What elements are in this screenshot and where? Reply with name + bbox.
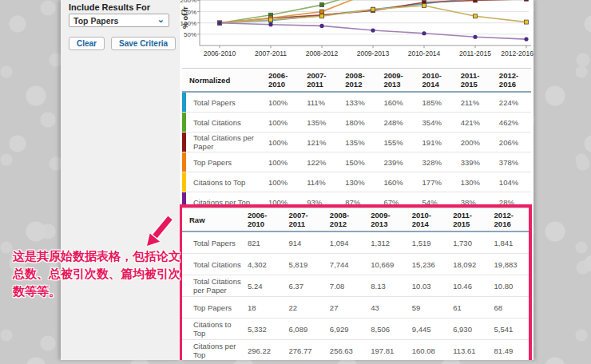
sidebar-buttons: Clear Save Criteria [69, 37, 176, 50]
chevron-down-icon: ⌄ [157, 16, 165, 22]
row-label: Citations to Top [182, 178, 262, 187]
cell-value: 10.03 [406, 280, 446, 292]
cell-value: 1,841 [488, 237, 529, 249]
table-row: Citations to Top100%114%130%160%177%130%… [182, 172, 531, 192]
cell-value: 224% [493, 97, 531, 109]
data-point [371, 28, 375, 32]
annotation-text: 这是其原始数据表格，包括论文总数、总被引次数、篇均被引次数等等。 [13, 247, 182, 300]
table-row: Total Citations4,3025,8197,74410,66915,2… [182, 254, 529, 275]
data-point [474, 0, 478, 2]
row-label: Citations to Top [182, 320, 241, 338]
table-row: Total Papers8219141,0941,3121,5191,7301,… [182, 232, 529, 254]
cell-value: 81.49 [488, 345, 529, 357]
raw-table-highlight: Raw2006-20102007-20112008-20122009-20132… [180, 204, 532, 360]
cell-value: 378% [493, 156, 531, 168]
column-header: 2010-2014 [406, 209, 446, 230]
cell-value: 6,929 [323, 323, 364, 335]
cell-value: 100% [262, 176, 300, 188]
column-header: 2012-2016 [488, 209, 529, 230]
y-axis-label: % of fr [181, 6, 189, 29]
cell-value: 328% [416, 156, 454, 168]
data-point [371, 7, 375, 11]
data-point [474, 14, 478, 18]
cell-value: 133% [339, 97, 377, 109]
cell-value: 276.77 [282, 345, 323, 357]
row-label: Total Papers [182, 239, 241, 247]
cell-value: 1,312 [364, 237, 405, 249]
table-header-row: Normalized2006-20102007-20112008-2012200… [182, 68, 531, 93]
column-header: 2006-2010 [262, 69, 300, 90]
cell-value: 354% [416, 117, 454, 129]
cell-value: 111% [300, 97, 339, 109]
cell-value: 1,519 [406, 237, 446, 249]
table-row: Citations per Top296.22276.77256.63197.8… [182, 340, 529, 360]
data-point [525, 20, 529, 24]
table-row: Citations to Top5,3326,0896,9298,5069,44… [182, 318, 529, 340]
cell-value: 160.08 [406, 345, 446, 357]
cell-value: 61 [446, 302, 487, 314]
cell-value: 68 [488, 302, 529, 314]
table-row: Top Papers18222743596168 [182, 297, 529, 318]
cell-value: 155% [377, 136, 415, 148]
cell-value: 59 [406, 302, 446, 314]
series-color-chip [182, 152, 186, 172]
table-row: Total Citations100%135%180%248%354%421%4… [182, 113, 531, 133]
series-color-chip [182, 93, 186, 112]
cell-value: 8.13 [364, 280, 405, 292]
normalized-table: Normalized2006-20102007-20112008-2012200… [182, 68, 531, 212]
cell-value: 4,302 [241, 259, 282, 271]
cell-value: 191% [416, 136, 454, 148]
column-header: 2012-2016 [493, 69, 531, 90]
data-point [473, 35, 477, 39]
cell-value: 200% [454, 136, 493, 148]
data-point [422, 3, 426, 7]
cell-value: 296.22 [241, 345, 282, 357]
cell-value: 7.08 [323, 280, 364, 292]
cell-value: 821 [241, 237, 282, 249]
cell-value: 6.37 [282, 280, 323, 292]
column-header: 2009-2013 [364, 209, 405, 230]
cell-value: 113.61 [446, 345, 487, 357]
cell-value: 256.63 [323, 345, 364, 357]
cell-value: 18 [241, 302, 282, 314]
table-row: Total Citations per Paper100%121%135%155… [182, 133, 531, 152]
data-point [217, 21, 221, 25]
x-tick-label: 2006-2010 [204, 49, 236, 57]
cell-value: 177% [416, 176, 454, 188]
table-row: Top Papers100%122%150%239%328%339%378% [182, 152, 531, 172]
x-tick-label: 2008-2012 [306, 49, 339, 57]
series-color-chip [182, 172, 186, 192]
cell-value: 239% [377, 156, 415, 168]
dropdown-selected-value: Top Papers [73, 16, 118, 26]
column-header: 2009-2013 [377, 69, 415, 90]
clear-button[interactable]: Clear [69, 37, 105, 50]
cell-value: 15,236 [406, 259, 446, 271]
cell-value: 211% [454, 97, 493, 109]
cell-value: 1,730 [446, 237, 487, 249]
save-criteria-button[interactable]: Save Criteria [111, 37, 176, 50]
cell-value: 185% [416, 97, 454, 109]
column-header: 2008-2012 [339, 69, 377, 90]
cell-value: 6,930 [446, 323, 487, 335]
data-point [525, 0, 529, 1]
cell-value: 5.24 [241, 280, 282, 292]
cell-value: 22 [282, 302, 323, 314]
cell-value: 10,669 [364, 259, 405, 271]
x-tick-label: 2011-2015 [459, 49, 491, 57]
cell-value: 914 [282, 237, 323, 249]
include-results-dropdown[interactable]: Top Papers ⌄ [69, 14, 169, 27]
data-point [319, 24, 323, 28]
cell-value: 130% [454, 176, 493, 188]
page: { "sidebar": { "include_label": "Include… [0, 0, 591, 364]
cell-value: 104% [493, 176, 531, 188]
table-title: Raw [182, 216, 241, 224]
cell-value: 114% [300, 176, 339, 188]
cell-value: 19,883 [488, 259, 529, 271]
row-label: Total Citations per Paper [182, 277, 241, 295]
column-header: 2011-2015 [454, 69, 493, 90]
cell-value: 9,445 [406, 323, 446, 335]
series-color-chip [182, 113, 186, 132]
cell-value: 7,744 [323, 259, 364, 271]
cell-value: 18,092 [446, 259, 487, 271]
data-point [320, 10, 324, 14]
